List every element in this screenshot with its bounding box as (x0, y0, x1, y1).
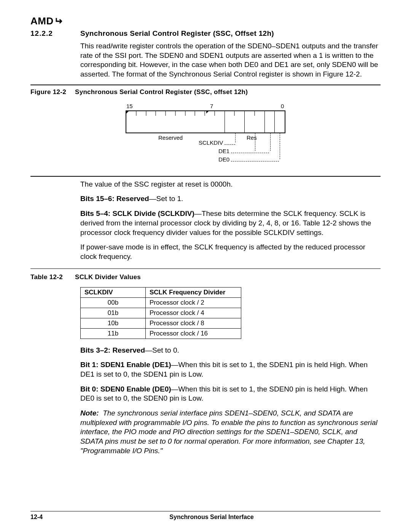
table-cell: Processor clock / 2 (146, 297, 241, 308)
intro-paragraph: This read/write register controls the op… (80, 42, 381, 79)
bits-3-2-text: —Set to 0. (145, 346, 179, 354)
table-header-row: SCLKDIV SCLK Frequency Divider (81, 287, 241, 297)
divider-table: SCLKDIV SCLK Frequency Divider 00bProces… (80, 287, 241, 339)
note-paragraph: Note: The synchronous serial interface p… (80, 409, 381, 455)
table-caption: Table 12-2 SCLK Divider Values (30, 273, 381, 281)
page-footer: 12-4 Synchronous Serial Interface (30, 511, 381, 521)
bit-0-label: Bit 0: SDEN0 Enable (DE0) (80, 385, 171, 393)
power-save-text: If power-save mode is in effect, the SCL… (80, 243, 381, 261)
table-row: 11bProcessor clock / 16 (81, 328, 241, 339)
bit-number-hi: 15 (126, 103, 133, 109)
rule (30, 85, 381, 85)
table-header: SCLK Frequency Divider (146, 287, 241, 297)
table-cell: 00b (81, 297, 146, 308)
bit-1-label: Bit 1: SDEN1 Enable (DE1) (80, 361, 171, 369)
table-label: Table 12-2 (30, 273, 73, 281)
bits-5-4-label: Bits 5–4: SCLK Divide (SCLKDIV) (80, 209, 194, 217)
section-number: 12.2.2 (30, 29, 67, 38)
field-sclkdiv: SCLKDIV (199, 139, 223, 146)
footer-title: Synchronous Serial Interface (43, 514, 381, 521)
table-cell: 01b (81, 308, 146, 318)
table-cell: Processor clock / 16 (146, 328, 241, 339)
section-title: Synchronous Serial Control Register (SSC… (80, 29, 274, 38)
rule (30, 176, 381, 177)
reset-value-text: The value of the SSC register at reset i… (80, 180, 381, 189)
field-de0: DE0 (218, 156, 229, 163)
figure-caption: Figure 12-2 Synchronous Serial Control R… (30, 88, 381, 96)
field-de1: DE1 (218, 148, 229, 154)
bit-0: Bit 0: SDEN0 Enable (DE0)—When this bit … (80, 385, 381, 403)
bit-number-mid: 7 (210, 103, 213, 109)
field-reserved-hi: Reserved (158, 134, 183, 141)
bits-15-6-label: Bits 15–6: Reserved (80, 195, 149, 203)
table-cell: 11b (81, 328, 146, 339)
rule (30, 268, 381, 269)
brand-logo: AMD↵ (30, 15, 381, 27)
table-cell: 10b (81, 318, 146, 328)
logo-text: AMD (30, 15, 54, 27)
bits-15-6-text: —Set to 1. (149, 195, 183, 203)
page-number: 12-4 (30, 514, 43, 521)
bits-5-4: Bits 5–4: SCLK Divide (SCLKDIV)—These bi… (80, 209, 381, 237)
note-text: The synchronous serial interface pins SD… (80, 409, 378, 455)
table-row: 01bProcessor clock / 4 (81, 308, 241, 318)
register-diagram: 15 7 0 Reserved Res (126, 103, 285, 172)
table-title: SCLK Divider Values (75, 273, 141, 281)
bit-1: Bit 1: SDEN1 Enable (DE1)—When this bit … (80, 360, 381, 379)
bit-number-lo: 0 (281, 103, 284, 109)
bits-3-2: Bits 3–2: Reserved—Set to 0. (80, 346, 381, 355)
table-header: SCLKDIV (81, 287, 146, 297)
table-row: 00bProcessor clock / 2 (81, 297, 241, 308)
table-row: 10bProcessor clock / 8 (81, 318, 241, 328)
note-label: Note: (80, 409, 99, 417)
bits-15-6: Bits 15–6: Reserved—Set to 1. (80, 194, 381, 204)
table-cell: Processor clock / 8 (146, 318, 241, 328)
figure-title: Synchronous Serial Control Register (SSC… (75, 88, 248, 96)
figure-label: Figure 12-2 (30, 88, 73, 96)
bits-3-2-label: Bits 3–2: Reserved (80, 346, 145, 354)
table-cell: Processor clock / 4 (146, 308, 241, 318)
